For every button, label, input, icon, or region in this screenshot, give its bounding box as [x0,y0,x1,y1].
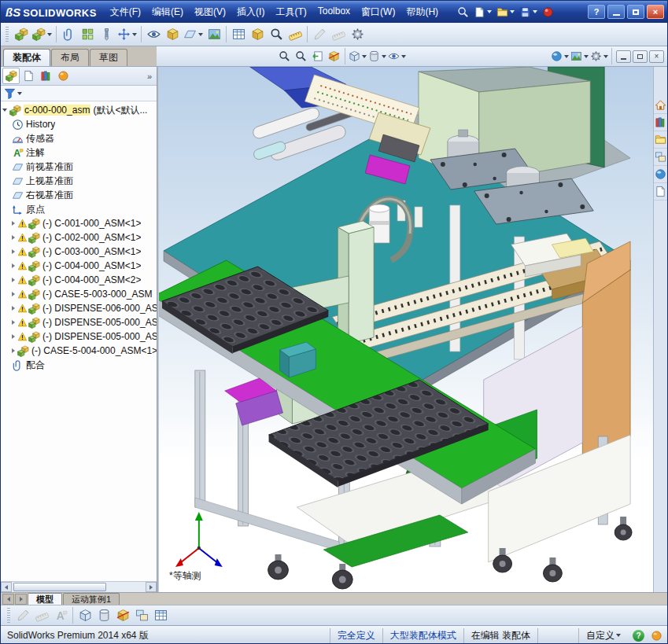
tree-item-mates[interactable]: 配合 [1,358,157,372]
tree-item-component[interactable]: (-) DISPENSE-005-000_AS [1,329,157,344]
view-orientation-button[interactable] [348,48,367,65]
tab-scroll-right-button[interactable] [15,594,27,605]
tab-assembly[interactable]: 装配体 [3,49,50,66]
exploded-view-button[interactable] [248,25,267,44]
tree-item-component[interactable]: (-) C-003-000_ASM<1> [1,245,157,259]
section-view-button[interactable] [326,48,342,65]
dropdown-arrow-icon[interactable] [17,92,22,95]
more-tabs-chevron[interactable]: » [144,72,155,81]
document-close-button[interactable]: × [649,50,664,63]
tab-displaymanager[interactable] [54,68,72,84]
expand-arrow-icon[interactable] [12,334,15,339]
dropdown-arrow-icon[interactable] [47,33,52,36]
dropdown-arrow-icon[interactable] [510,10,515,13]
scrollbar-thumb[interactable] [13,583,106,591]
menu-edit[interactable]: 编辑(E) [146,1,189,24]
model-canvas[interactable] [159,67,653,592]
menu-toolbox[interactable]: Toolbox [312,1,356,24]
dropdown-arrow-icon[interactable] [584,55,589,58]
tree-item-sensors[interactable]: 传感器 [1,131,157,145]
tree-item-annotations[interactable]: 注解 [1,145,157,160]
help-button[interactable]: ? [588,5,605,19]
menu-tools[interactable]: 工具(T) [270,1,312,24]
menu-help[interactable]: 帮助(H) [400,1,444,24]
expand-arrow-icon[interactable] [12,235,15,240]
menu-window[interactable]: 窗口(W) [356,1,400,24]
tree-item-top-plane[interactable]: 上视基准面 [1,174,157,188]
section-view-button[interactable] [113,606,132,625]
display-style-button[interactable] [367,48,387,65]
dropdown-arrow-icon[interactable] [198,33,203,36]
toolbar-grip[interactable] [6,27,9,42]
toolbar-grip[interactable] [7,608,10,624]
record-button[interactable] [540,3,556,20]
display-style-button[interactable] [94,606,113,625]
dropdown-arrow-icon[interactable] [603,55,608,58]
tab-featuremanager[interactable] [2,68,20,84]
tree-item-right-plane[interactable]: 右视基准面 [1,188,157,202]
expand-arrow-icon[interactable] [12,221,15,226]
tab-layout[interactable]: 布局 [51,49,89,66]
tree-item-component[interactable]: (-) C-004-000_ASM<2> [1,273,157,287]
table-button[interactable] [151,606,170,625]
document-minimize-button[interactable] [616,50,631,63]
close-button[interactable]: × [647,5,664,19]
dropdown-arrow-icon[interactable] [362,55,367,58]
tree-item-component[interactable]: (-) DISPENSE-005-000_AS [1,315,157,329]
dropdown-arrow-icon[interactable] [401,55,406,58]
edit-appearance-button[interactable] [550,48,570,65]
bill-of-materials-button[interactable] [229,25,248,44]
collapse-arrow-icon[interactable] [2,109,7,112]
tab-model[interactable]: 模型 [28,593,62,605]
dropdown-arrow-icon[interactable] [382,55,386,58]
sketch-button[interactable] [13,606,32,625]
scroll-right-button[interactable] [146,582,157,592]
expand-arrow-icon[interactable] [12,278,15,282]
expand-arrow-icon[interactable] [12,249,15,254]
zoom-to-fit-button[interactable] [276,48,293,65]
status-sphere-button[interactable] [651,630,662,642]
expand-arrow-icon[interactable] [12,306,15,311]
tab-scroll-left-button[interactable] [2,594,14,605]
hide-show-items-button[interactable] [387,48,407,65]
appearances-scenes-tab[interactable] [654,166,667,183]
quick-tips-help-button[interactable]: ? [633,630,644,642]
filter-funnel-icon[interactable] [4,87,16,99]
tree-item-component[interactable]: (-) C-001-000_ASM<1> [1,216,157,230]
tab-sketch[interactable]: 草图 [90,49,127,66]
dropdown-arrow-icon[interactable] [132,33,137,36]
smart-dimension-button[interactable] [329,25,348,44]
expand-arrow-icon[interactable] [12,263,15,268]
menu-view[interactable]: 视图(V) [189,1,231,24]
dropdown-arrow-icon[interactable] [616,634,621,637]
tree-item-origin[interactable]: 原点 [1,202,157,216]
mate-button[interactable] [59,25,78,44]
tree-item-component[interactable]: (-) DISPENSE-006-000_AS [1,301,157,315]
previous-view-button[interactable] [309,48,326,65]
design-library-tab[interactable] [654,114,667,131]
search-button[interactable] [455,3,471,20]
file-explorer-tab[interactable] [654,131,667,149]
tree-item-component[interactable]: (-) CASE-5-003-000_ASM [1,287,157,301]
edit-component-button[interactable] [12,25,31,44]
menu-file[interactable]: 文件(F) [105,1,146,24]
sketch-button[interactable] [310,25,329,44]
measure-button[interactable] [286,25,304,44]
assembly-features-button[interactable] [163,25,182,44]
graphics-viewport[interactable]: *等轴测 [159,67,653,592]
zoom-to-area-button[interactable] [293,48,309,65]
tab-propertymanager[interactable] [20,68,37,84]
tree-item-front-plane[interactable]: 前视基准面 [1,160,157,174]
dropdown-arrow-icon[interactable] [533,10,537,13]
interference-detection-button[interactable] [267,25,286,44]
expand-arrow-icon[interactable] [12,320,15,325]
tree-item-component[interactable]: (-) CASE-5-004-000_ASM<1> [1,344,157,358]
document-restore-button[interactable] [633,50,648,63]
smart-fasteners-button[interactable] [97,25,116,44]
reference-geometry-button[interactable] [182,25,205,44]
open-button[interactable] [494,3,517,20]
tree-root-item[interactable]: c-000-000_asm (默认<默认... [1,103,157,117]
tree-item-component[interactable]: (-) C-004-000_ASM<1> [1,259,157,273]
new-motion-study-button[interactable] [205,25,223,44]
save-button[interactable] [517,3,540,20]
